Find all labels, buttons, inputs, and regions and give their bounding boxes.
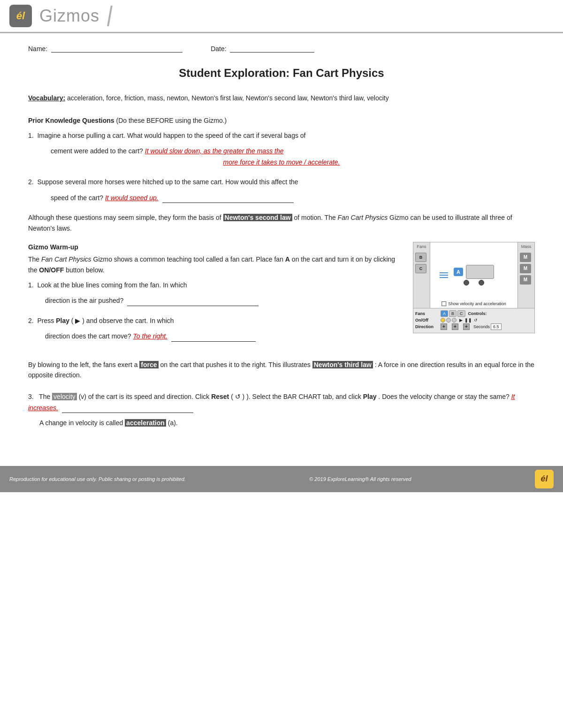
warmup-q3: 3. The velocity (v) of the cart is its s…	[28, 391, 535, 428]
sim-play-btn[interactable]: ▶	[459, 318, 463, 323]
q1-text: Imagine a horse pulling a cart. What wou…	[37, 132, 305, 139]
reset-bold: Reset	[211, 393, 229, 400]
sim-reset-btn[interactable]: ↺	[474, 318, 478, 323]
sim-wheel-1	[464, 280, 469, 285]
sim-controls-label: Controls:	[468, 311, 487, 316]
sim-dir-plus-b[interactable]: +	[452, 323, 458, 330]
sim-dot-c-off[interactable]	[452, 318, 456, 323]
sim-fan-c-btn[interactable]: C	[415, 264, 426, 273]
footer: Reproduction for educational use only. P…	[0, 466, 563, 492]
q3-text3: ). Select the BAR CHART tab, and click	[246, 393, 361, 400]
sim-dir-plus-c[interactable]: +	[463, 323, 470, 330]
main-content: Name: Date: Student Exploration: Fan Car…	[0, 33, 563, 447]
header-divider	[107, 6, 113, 26]
sim-dir-plus-a[interactable]: +	[441, 323, 447, 330]
sim-seconds-val: 6.5	[491, 323, 502, 330]
question-2: 2. Suppose several more horses were hitc…	[28, 177, 535, 203]
q1-answer-line1: It would slow down, as the greater the m…	[145, 147, 284, 155]
intro2: Gizmo shows a common teaching tool calle…	[93, 255, 283, 263]
sim-pause-btn[interactable]: ❚❚	[464, 318, 472, 323]
force-text2: on the cart that pushes it to the right.…	[160, 361, 310, 368]
footer-right-text: © 2019 ExploreLearning® All rights reser…	[309, 476, 411, 482]
date-label: Date:	[211, 45, 226, 53]
header-logo-text: él	[16, 10, 25, 22]
sim-ctrl-direction-label: Direction	[415, 324, 440, 329]
acceleration-highlight: acceleration	[125, 419, 166, 427]
warmup-q2-text: Press	[37, 317, 54, 324]
sim-wind-lines	[440, 272, 448, 278]
header-title: Gizmos	[39, 6, 99, 26]
q2-text2: speed of the cart?	[51, 194, 103, 202]
name-line	[51, 45, 183, 53]
sim-controls: Fans A B C Controls: On/Off ▶ ❚❚	[413, 308, 534, 333]
warmup-q2-line	[171, 330, 256, 341]
warmup-q2-text3: direction does the cart move?	[45, 332, 131, 340]
sim-fan-b-btn[interactable]: B	[415, 253, 426, 262]
prior-knowledge-subheading: (Do these BEFORE using the Gizmo.)	[116, 117, 227, 124]
vocabulary-section: Vocabulary: acceleration, force, frictio…	[28, 93, 535, 104]
intro-italic: Fan Cart Physics	[41, 255, 91, 263]
sim-fan-a-display: A	[454, 268, 463, 276]
wind-line-1	[440, 272, 448, 273]
q1-answer-line2: more force it takes to move / accelerate…	[223, 158, 340, 166]
conclusion-paragraph: Although these questions may seem simple…	[28, 212, 535, 233]
header: él Gizmos	[0, 0, 563, 33]
sim-cart-body	[466, 265, 494, 279]
footer-left-text: Reproduction for educational use only. P…	[9, 476, 186, 482]
q2-text: Suppose several more horses were hitched…	[37, 178, 298, 186]
sim-tab-c[interactable]: C	[457, 310, 465, 317]
sim-main-area: A Show velocity and acceleration	[430, 242, 517, 308]
vocab-terms: acceleration, force, friction, mass, new…	[67, 94, 389, 102]
gizmo-warmup-heading: Gizmo Warm-up	[28, 242, 403, 252]
header-logo: él	[9, 5, 32, 27]
play-bold: Play	[56, 317, 69, 324]
on-off-bold: ON/OFF	[39, 266, 64, 274]
sim-checkbox[interactable]	[441, 301, 446, 306]
sim-ctrl-onoff-row: On/Off ▶ ❚❚ ↺	[415, 318, 533, 323]
sim-fans-column: Fans B C	[413, 242, 430, 308]
sim-fans-label: Fans	[415, 244, 428, 249]
sim-mass-1: M	[520, 253, 531, 262]
sim-ctrl-onoff-label: On/Off	[415, 318, 440, 323]
name-label: Name:	[28, 45, 47, 53]
gizmo-intro: The Fan Cart Physics Gizmo shows a commo…	[28, 254, 403, 275]
prior-knowledge-section: Prior Knowledge Questions (Do these BEFO…	[28, 115, 535, 233]
date-line	[230, 45, 314, 53]
sim-show-vel-label: Show velocity and acceleration	[448, 301, 506, 306]
sim-ctrl-direction-row: Direction + + + Seconds 6.5	[415, 323, 533, 330]
sim-show-vel: Show velocity and acceleration	[441, 301, 506, 306]
sim-mass-column: Mass M M M	[517, 242, 534, 308]
sim-dot-b-off[interactable]	[446, 318, 451, 323]
intro4: button below.	[66, 266, 105, 274]
sim-cart-wheels	[464, 280, 484, 285]
sim-tab-b[interactable]: B	[449, 310, 456, 317]
newton-third-label: Newton's third law	[312, 361, 373, 368]
sim-cart: A	[454, 265, 494, 279]
warmup-q1: 1. Look at the blue lines coming from th…	[28, 280, 403, 306]
force-text1: By blowing to the left, the fans exert a	[28, 361, 137, 368]
q2-answer: It would speed up.	[105, 194, 159, 202]
sim-mass-label: Mass	[520, 244, 533, 249]
sim-seconds-label: Seconds	[473, 324, 490, 329]
warmup-q2-text2: and observe the cart. In which	[86, 317, 174, 324]
fan-a-bold: A	[285, 255, 290, 263]
warmup-q2: 2. Press Play ( ▶ ) and observe the cart…	[28, 315, 403, 342]
intro1: The	[28, 255, 39, 263]
q1-text2: cement were added to the cart?	[51, 147, 143, 155]
name-field: Name:	[28, 45, 183, 53]
sim-dot-a-on[interactable]	[441, 318, 445, 323]
name-date-row: Name: Date:	[28, 45, 535, 53]
force-paragraph: By blowing to the left, the fans exert a…	[28, 360, 535, 381]
play-bold2: Play	[363, 393, 377, 400]
conclusion-text1: Although these questions may seem simple…	[28, 214, 221, 221]
sim-tab-a[interactable]: A	[441, 310, 448, 317]
warmup-q1-text2: direction is the air pushed?	[45, 297, 123, 304]
sim-wheel-2	[479, 280, 484, 285]
warmup-q1-answer-line	[127, 295, 259, 306]
newton-second-label: Newton's second law	[223, 214, 292, 221]
q3-text6: (a).	[168, 419, 178, 427]
gizmo-warmup-text: Gizmo Warm-up The Fan Cart Physics Gizmo…	[28, 242, 403, 351]
warmup-q2-answer: To the right.	[133, 332, 167, 340]
sim-top: Fans B C A	[413, 242, 534, 308]
q3-text2: (v) of the cart is its speed and directi…	[79, 393, 210, 400]
